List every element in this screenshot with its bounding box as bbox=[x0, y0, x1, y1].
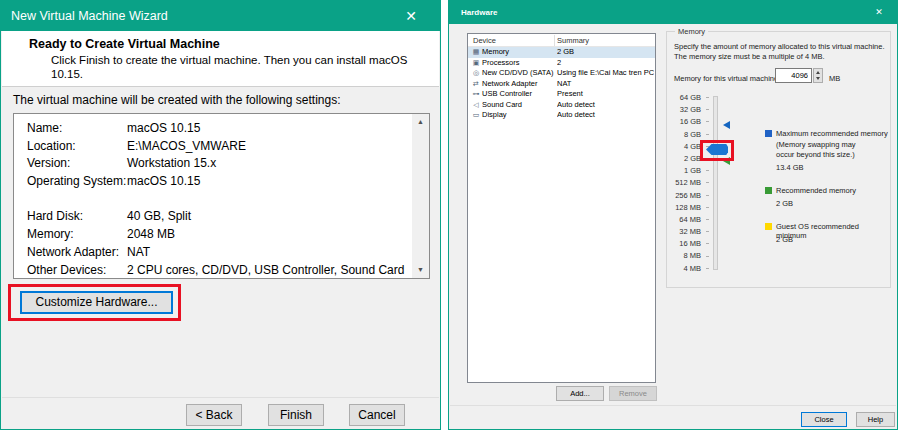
settings-summary-box: Name:macOS 10.15 Location:E:\MACOS_VMWAR… bbox=[13, 113, 430, 279]
scale-tick: 4 GB bbox=[667, 141, 701, 153]
processor-icon: ▣ bbox=[471, 58, 481, 69]
legend-minimum-label: Guest OS recommended minimum bbox=[776, 222, 890, 240]
cancel-button[interactable]: Cancel bbox=[349, 404, 405, 426]
footer-separator bbox=[450, 405, 896, 406]
red-annotation-customize: Customize Hardware... bbox=[8, 284, 181, 321]
device-row-memory[interactable]: ▦ Memory 2 GB bbox=[468, 47, 655, 58]
max-recommended-marker-icon bbox=[723, 121, 730, 129]
device-row-usb-controller[interactable]: ⊶ USB Controller Present bbox=[468, 89, 655, 100]
memory-icon: ▦ bbox=[471, 47, 481, 58]
legend-recommended-value: 2 GB bbox=[776, 199, 793, 208]
settings-row: Version:Workstation 15.x bbox=[14, 155, 411, 173]
scale-tick: 32 GB bbox=[667, 104, 701, 116]
device-row-cd-dvd[interactable]: ◎ New CD/DVD (SATA) Using file E:\Cai Ma… bbox=[468, 68, 655, 79]
memory-scale-labels: 64 GB 32 GB 16 GB 8 GB 4 GB 2 GB 1 GB 51… bbox=[667, 92, 701, 275]
scale-tick: 8 GB bbox=[667, 129, 701, 141]
memory-group-label: Memory bbox=[675, 27, 708, 36]
legend-blue-square-icon bbox=[765, 130, 772, 137]
wizard-titlebar[interactable]: New Virtual Machine Wizard ✕ bbox=[1, 1, 440, 31]
customize-hardware-button[interactable]: Customize Hardware... bbox=[20, 291, 173, 314]
scale-tick-marks bbox=[706, 92, 709, 275]
memory-description: Specify the amount of memory allocated t… bbox=[674, 42, 887, 62]
hardware-window: Hardware ✕ Device Summary ▦ Memory 2 GB … bbox=[448, 0, 898, 430]
legend-green-square-icon bbox=[765, 187, 772, 194]
scale-tick: 128 MB bbox=[667, 202, 701, 214]
scale-tick: 2 GB bbox=[667, 153, 701, 165]
spinner-down-icon[interactable] bbox=[814, 75, 822, 82]
legend-yellow-square-icon bbox=[765, 223, 772, 230]
add-button[interactable]: Add... bbox=[556, 386, 604, 401]
legend-minimum-value: 2 GB bbox=[776, 235, 793, 244]
device-list: Device Summary ▦ Memory 2 GB ▣ Processor… bbox=[467, 33, 656, 383]
scale-tick: 4 MB bbox=[667, 263, 701, 275]
wizard-title: New Virtual Machine Wizard bbox=[11, 1, 168, 31]
new-vm-wizard-window: New Virtual Machine Wizard ✕ Ready to Cr… bbox=[0, 0, 441, 430]
settings-row: Hard Disk:40 GB, Split bbox=[14, 208, 411, 226]
display-icon: ▭ bbox=[471, 110, 481, 121]
settings-row: Network Adapter:NAT bbox=[14, 244, 411, 262]
device-row-processors[interactable]: ▣ Processors 2 bbox=[468, 58, 655, 69]
footer-separator bbox=[2, 397, 439, 398]
memory-value-input[interactable] bbox=[775, 68, 812, 83]
column-summary[interactable]: Summary bbox=[557, 36, 589, 45]
scroll-up-icon[interactable]: ▲ bbox=[412, 114, 429, 130]
memory-unit-label: MB bbox=[829, 74, 840, 83]
help-button[interactable]: Help bbox=[856, 412, 895, 427]
memory-groupbox: Memory Specify the amount of memory allo… bbox=[666, 31, 891, 288]
cd-dvd-icon: ◎ bbox=[471, 68, 481, 79]
screenshot-canvas: New Virtual Machine Wizard ✕ Ready to Cr… bbox=[0, 0, 903, 430]
close-button[interactable]: Close bbox=[801, 412, 847, 427]
usb-icon: ⊶ bbox=[471, 89, 481, 100]
remove-button: Remove bbox=[609, 386, 657, 401]
close-icon[interactable]: ✕ bbox=[400, 1, 422, 31]
close-icon[interactable]: ✕ bbox=[871, 1, 887, 24]
network-adapter-icon: ⇄ bbox=[471, 79, 481, 90]
sound-card-icon: ◁ bbox=[471, 100, 481, 111]
hardware-titlebar[interactable]: Hardware ✕ bbox=[449, 1, 897, 24]
legend-recommended-label: Recommended memory bbox=[776, 186, 856, 195]
settings-row: Other Devices:2 CPU cores, CD/DVD, USB C… bbox=[14, 262, 411, 280]
legend-max-label: Maximum recommended memory bbox=[776, 129, 888, 138]
back-button[interactable]: < Back bbox=[186, 404, 242, 426]
memory-spinner[interactable] bbox=[813, 68, 823, 83]
device-row-sound-card[interactable]: ◁ Sound Card Auto detect bbox=[468, 100, 655, 111]
device-row-display[interactable]: ▭ Display Auto detect bbox=[468, 110, 655, 121]
scale-tick: 256 MB bbox=[667, 190, 701, 202]
settings-row: Name:macOS 10.15 bbox=[14, 120, 411, 138]
scale-tick: 8 MB bbox=[667, 250, 701, 262]
finish-button[interactable]: Finish bbox=[268, 404, 324, 426]
hardware-title: Hardware bbox=[461, 1, 497, 24]
scale-tick: 64 GB bbox=[667, 92, 701, 104]
legend-max-value: 13.4 GB bbox=[776, 163, 804, 172]
wizard-heading: Ready to Create Virtual Machine bbox=[29, 37, 220, 51]
wizard-header: Ready to Create Virtual Machine Click Fi… bbox=[2, 31, 439, 87]
red-annotation-slider bbox=[700, 140, 734, 161]
settings-scrollbar[interactable]: ▲ ▼ bbox=[412, 114, 429, 278]
settings-row: Operating System:macOS 10.15 bbox=[14, 173, 411, 191]
settings-row: Location:E:\MACOS_VMWARE bbox=[14, 138, 411, 156]
scale-tick: 1 GB bbox=[667, 165, 701, 177]
device-list-header: Device Summary bbox=[468, 34, 655, 47]
settings-row bbox=[14, 191, 411, 209]
settings-row: Memory:2048 MB bbox=[14, 226, 411, 244]
scale-tick: 512 MB bbox=[667, 177, 701, 189]
settings-rows: Name:macOS 10.15 Location:E:\MACOS_VMWAR… bbox=[14, 120, 411, 279]
scale-tick: 64 MB bbox=[667, 214, 701, 226]
memory-slider-track[interactable] bbox=[713, 96, 718, 270]
wizard-subheading: Click Finish to create the virtual machi… bbox=[51, 54, 423, 81]
scale-tick: 32 MB bbox=[667, 226, 701, 238]
column-device[interactable]: Device bbox=[473, 36, 496, 45]
scale-tick: 16 MB bbox=[667, 238, 701, 250]
memory-field-label: Memory for this virtual machine: bbox=[674, 74, 780, 83]
legend-max-note: (Memory swapping may occur beyond this s… bbox=[776, 140, 876, 159]
column-separator bbox=[554, 35, 555, 46]
scale-tick: 16 GB bbox=[667, 116, 701, 128]
device-row-network-adapter[interactable]: ⇄ Network Adapter NAT bbox=[468, 79, 655, 90]
settings-intro-text: The virtual machine will be created with… bbox=[13, 93, 341, 107]
scroll-down-icon[interactable]: ▼ bbox=[412, 262, 429, 278]
